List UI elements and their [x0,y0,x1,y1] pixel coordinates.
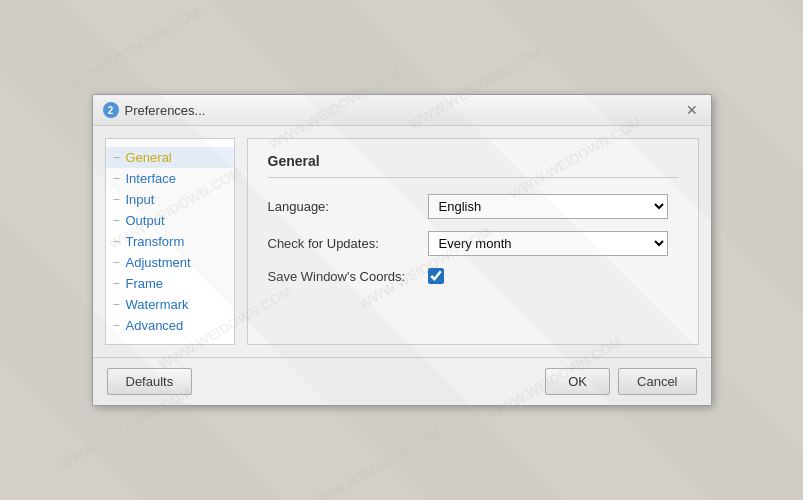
check-updates-row: Check for Updates: Every day Every week … [268,231,678,256]
sidebar-item-transform[interactable]: Transform [106,231,234,252]
preferences-dialog: 2 Preferences... ✕ General Interface Inp… [92,94,712,406]
close-button[interactable]: ✕ [683,101,701,119]
sidebar-item-adjustment[interactable]: Adjustment [106,252,234,273]
dialog-body: General Interface Input Output Transform… [93,126,711,357]
sidebar-item-general[interactable]: General [106,147,234,168]
ok-button[interactable]: OK [545,368,610,395]
language-label: Language: [268,199,428,214]
language-control: English Chinese French German Spanish [428,194,668,219]
save-coords-control [428,268,444,284]
sidebar-item-frame[interactable]: Frame [106,273,234,294]
language-row: Language: English Chinese French German … [268,194,678,219]
save-coords-row: Save Window's Coords: [268,268,678,284]
sidebar-item-advanced[interactable]: Advanced [106,315,234,336]
footer-right: OK Cancel [545,368,696,395]
sidebar-item-watermark[interactable]: Watermark [106,294,234,315]
sidebar-item-output[interactable]: Output [106,210,234,231]
save-coords-checkbox[interactable] [428,268,444,284]
save-coords-label: Save Window's Coords: [268,269,428,284]
check-updates-select[interactable]: Every day Every week Every month Never [428,231,668,256]
cancel-button[interactable]: Cancel [618,368,696,395]
check-updates-control: Every day Every week Every month Never [428,231,668,256]
language-select[interactable]: English Chinese French German Spanish [428,194,668,219]
dialog-icon: 2 [103,102,119,118]
sidebar-item-input[interactable]: Input [106,189,234,210]
sidebar: General Interface Input Output Transform… [105,138,235,345]
sidebar-item-interface[interactable]: Interface [106,168,234,189]
title-bar-left: 2 Preferences... [103,102,206,118]
dialog-footer: Defaults OK Cancel [93,357,711,405]
panel-title: General [268,153,678,178]
check-updates-label: Check for Updates: [268,236,428,251]
dialog-title: Preferences... [125,103,206,118]
title-bar: 2 Preferences... ✕ [93,95,711,126]
defaults-button[interactable]: Defaults [107,368,193,395]
main-panel: General Language: English Chinese French… [247,138,699,345]
